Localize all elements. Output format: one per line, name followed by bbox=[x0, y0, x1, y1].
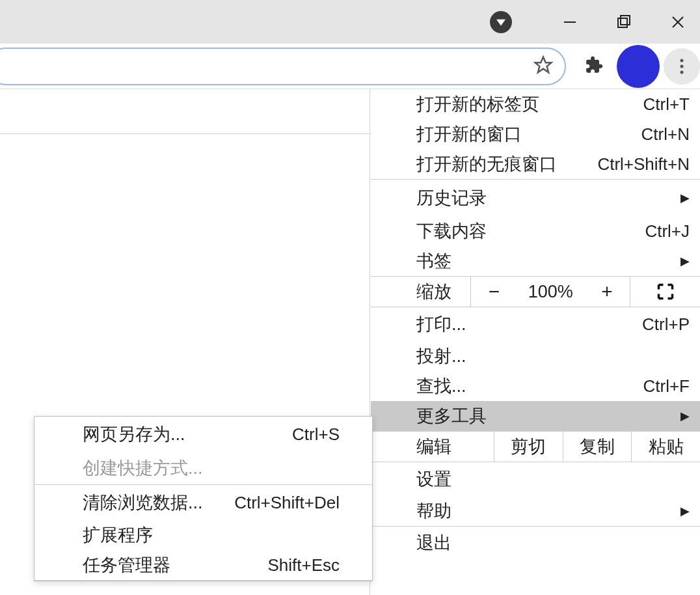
submenu-shortcut: Shift+Esc bbox=[267, 555, 340, 575]
svg-point-7 bbox=[680, 59, 684, 62]
svg-marker-6 bbox=[535, 57, 552, 72]
main-menu-button[interactable] bbox=[664, 48, 700, 85]
submenu-task-manager[interactable]: 任务管理器 Shift+Esc bbox=[34, 550, 372, 580]
close-button[interactable] bbox=[669, 13, 687, 31]
menu-label: 打印... bbox=[416, 312, 466, 336]
content-divider bbox=[0, 133, 371, 134]
profile-avatar[interactable] bbox=[617, 45, 660, 88]
menu-separator bbox=[34, 580, 372, 581]
menu-shortcut: Ctrl+Shift+N bbox=[597, 154, 690, 174]
submenu-label: 创建快捷方式... bbox=[83, 456, 203, 480]
menu-label: 书签 bbox=[416, 249, 451, 273]
bookmark-star-icon[interactable] bbox=[533, 55, 553, 77]
submenu-save-as[interactable]: 网页另存为... Ctrl+S bbox=[34, 417, 372, 452]
menu-cast[interactable]: 投射... bbox=[371, 341, 700, 371]
submenu-clear-data[interactable]: 清除浏览数据... Ctrl+Shift+Del bbox=[34, 485, 372, 520]
menu-exit[interactable]: 退出 bbox=[371, 527, 700, 559]
edit-label: 编辑 bbox=[371, 432, 494, 462]
menu-more-tools[interactable]: 更多工具 ▶ bbox=[371, 401, 700, 431]
submenu-shortcut: Ctrl+Shift+Del bbox=[234, 493, 340, 513]
submenu-arrow-icon: ▶ bbox=[680, 254, 690, 268]
menu-zoom-row: 缩放 − 100% + bbox=[371, 276, 700, 307]
submenu-label: 扩展程序 bbox=[83, 523, 153, 547]
address-bar[interactable] bbox=[0, 48, 566, 85]
submenu-create-shortcut: 创建快捷方式... bbox=[34, 452, 372, 484]
menu-new-incognito[interactable]: 打开新的无痕窗口 Ctrl+Shift+N bbox=[371, 149, 700, 179]
submenu-arrow-icon: ▶ bbox=[680, 409, 690, 423]
submenu-extensions[interactable]: 扩展程序 bbox=[34, 520, 372, 550]
menu-edit-row: 编辑 剪切 复制 粘贴 bbox=[371, 431, 700, 462]
menu-new-tab[interactable]: 打开新的标签页 Ctrl+T bbox=[371, 89, 700, 119]
menu-shortcut: Ctrl+F bbox=[643, 376, 690, 396]
menu-label: 打开新的标签页 bbox=[416, 92, 539, 116]
menu-label: 历史记录 bbox=[416, 186, 487, 210]
svg-rect-3 bbox=[621, 16, 630, 25]
window-titlebar bbox=[0, 0, 700, 44]
svg-point-9 bbox=[680, 70, 684, 74]
submenu-arrow-icon: ▶ bbox=[680, 191, 690, 205]
menu-new-window[interactable]: 打开新的窗口 Ctrl+N bbox=[371, 119, 700, 149]
submenu-label: 网页另存为... bbox=[83, 422, 185, 446]
maximize-button[interactable] bbox=[615, 13, 633, 31]
copy-button[interactable]: 复制 bbox=[563, 432, 632, 462]
zoom-label: 缩放 bbox=[371, 277, 471, 307]
menu-label: 更多工具 bbox=[416, 404, 487, 428]
cut-button[interactable]: 剪切 bbox=[494, 432, 563, 462]
minimize-button[interactable] bbox=[561, 13, 579, 31]
main-menu: 打开新的标签页 Ctrl+T 打开新的窗口 Ctrl+N 打开新的无痕窗口 Ct… bbox=[371, 89, 700, 559]
zoom-in-button[interactable]: + bbox=[584, 277, 630, 307]
menu-shortcut: Ctrl+P bbox=[642, 314, 690, 335]
menu-settings[interactable]: 设置 bbox=[371, 462, 700, 496]
menu-label: 设置 bbox=[416, 467, 451, 491]
svg-marker-0 bbox=[496, 19, 505, 25]
more-tools-submenu: 网页另存为... Ctrl+S 创建快捷方式... 清除浏览数据... Ctrl… bbox=[34, 416, 373, 581]
fullscreen-button[interactable] bbox=[630, 277, 700, 307]
menu-label: 打开新的窗口 bbox=[416, 122, 522, 146]
menu-help[interactable]: 帮助 ▶ bbox=[371, 496, 700, 526]
menu-history[interactable]: 历史记录 ▶ bbox=[371, 180, 700, 216]
submenu-label: 任务管理器 bbox=[83, 553, 170, 577]
extensions-icon[interactable] bbox=[586, 56, 606, 77]
menu-label: 帮助 bbox=[416, 499, 451, 523]
menu-find[interactable]: 查找... Ctrl+F bbox=[371, 371, 700, 401]
submenu-label: 清除浏览数据... bbox=[83, 491, 203, 514]
menu-downloads[interactable]: 下载内容 Ctrl+J bbox=[371, 216, 700, 246]
menu-label: 下载内容 bbox=[416, 219, 487, 243]
menu-print[interactable]: 打印... Ctrl+P bbox=[371, 307, 700, 341]
menu-bookmarks[interactable]: 书签 ▶ bbox=[371, 246, 700, 276]
menu-label: 查找... bbox=[416, 374, 466, 398]
caret-down-icon[interactable] bbox=[490, 11, 512, 33]
menu-label: 退出 bbox=[416, 531, 451, 555]
submenu-shortcut: Ctrl+S bbox=[292, 424, 340, 445]
menu-shortcut: Ctrl+N bbox=[641, 124, 690, 145]
menu-shortcut: Ctrl+J bbox=[645, 221, 690, 242]
zoom-out-button[interactable]: − bbox=[471, 277, 517, 307]
menu-shortcut: Ctrl+T bbox=[643, 94, 690, 115]
paste-button[interactable]: 粘贴 bbox=[632, 432, 700, 462]
svg-rect-2 bbox=[618, 18, 627, 27]
menu-label: 打开新的无痕窗口 bbox=[416, 152, 557, 176]
browser-toolbar bbox=[0, 44, 700, 89]
zoom-value: 100% bbox=[517, 277, 584, 307]
menu-label: 投射... bbox=[416, 344, 466, 368]
svg-point-8 bbox=[680, 64, 684, 68]
submenu-arrow-icon: ▶ bbox=[680, 504, 690, 518]
